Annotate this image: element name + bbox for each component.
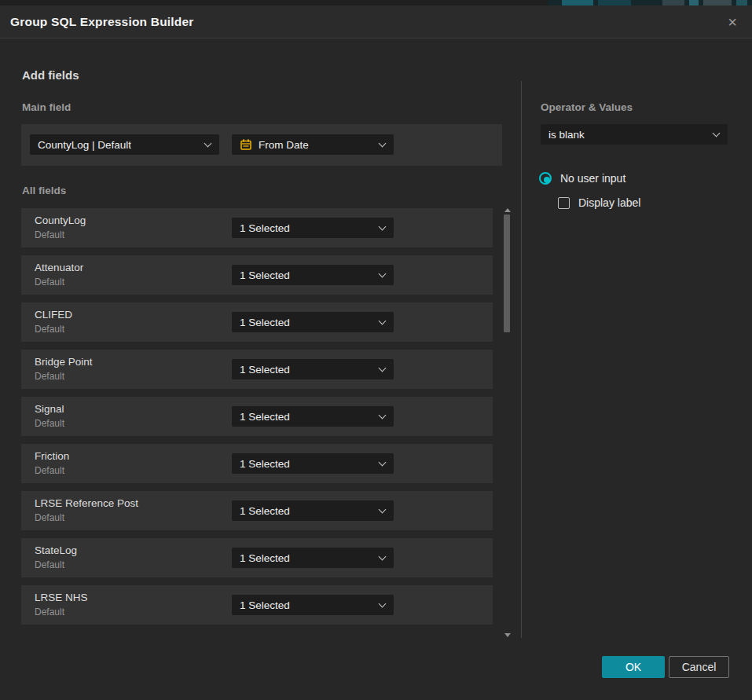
background-fragment: [562, 0, 593, 5]
scroll-up-icon[interactable]: [504, 208, 511, 212]
field-row: CLIFED Default 1 Selected: [21, 302, 493, 342]
field-sublabel: Default: [35, 465, 64, 476]
field-selection-dropdown[interactable]: 1 Selected: [232, 453, 394, 474]
background-fragment: [736, 0, 747, 5]
field-selection-dropdown[interactable]: 1 Selected: [232, 595, 394, 615]
checkbox-unchecked-icon[interactable]: [558, 197, 570, 209]
scroll-down-icon[interactable]: [504, 633, 511, 637]
field-row: StateLog Default 1 Selected: [21, 538, 493, 577]
field-row: LRSE Reference Post Default 1 Selected: [21, 491, 493, 530]
field-name: LRSE NHS: [35, 592, 88, 603]
field-name: CountyLog: [35, 214, 86, 226]
field-selection-value: 1 Selected: [240, 505, 290, 517]
main-field-label: Main field: [22, 101, 71, 113]
field-selection-value: 1 Selected: [240, 599, 290, 611]
display-label-checkbox-row[interactable]: Display label: [558, 196, 640, 209]
main-field-source-value: CountyLog | Default: [38, 139, 131, 151]
cancel-button[interactable]: Cancel: [669, 656, 729, 678]
field-row: Bridge Point Default 1 Selected: [21, 350, 493, 389]
calendar-icon: [240, 138, 252, 151]
add-fields-heading: Add fields: [22, 68, 79, 82]
no-user-input-radio[interactable]: No user input: [539, 172, 625, 185]
chevron-down-icon: [379, 506, 387, 514]
field-selection-value: 1 Selected: [240, 269, 290, 281]
field-row: Signal Default 1 Selected: [21, 397, 493, 436]
chevron-down-icon: [713, 130, 721, 137]
dialog-titlebar: Group SQL Expression Builder ×: [0, 5, 752, 38]
field-row: Attenuator Default 1 Selected: [21, 255, 493, 295]
chevron-down-icon: [379, 317, 387, 325]
field-name: CLIFED: [35, 309, 72, 321]
background-app-fragments: [548, 0, 752, 5]
operator-value: is blank: [548, 129, 585, 141]
display-label-label: Display label: [578, 196, 640, 209]
operator-dropdown[interactable]: is blank: [541, 124, 728, 145]
all-fields-list: CountyLog Default 1 Selected Attenuator …: [21, 208, 493, 632]
radio-selected-icon[interactable]: [539, 172, 552, 185]
column-divider: [521, 81, 522, 638]
background-fragment: [598, 0, 631, 5]
field-name: Attenuator: [35, 262, 83, 273]
field-sublabel: Default: [35, 229, 64, 240]
main-field-date-value: From Date: [259, 139, 309, 151]
field-sublabel: Default: [35, 277, 64, 288]
background-app-strip: [0, 0, 752, 5]
field-sublabel: Default: [35, 371, 64, 382]
field-selection-dropdown[interactable]: 1 Selected: [232, 500, 394, 521]
field-selection-dropdown[interactable]: 1 Selected: [232, 265, 394, 285]
field-name: LRSE Reference Post: [35, 497, 138, 509]
ok-button[interactable]: OK: [602, 656, 665, 678]
field-sublabel: Default: [35, 559, 64, 570]
field-selection-value: 1 Selected: [240, 411, 290, 423]
field-row: CountyLog Default 1 Selected: [21, 208, 493, 247]
chevron-down-icon: [379, 600, 387, 608]
field-selection-dropdown[interactable]: 1 Selected: [232, 548, 394, 568]
field-selection-value: 1 Selected: [240, 458, 290, 470]
all-fields-label: All fields: [22, 185, 66, 196]
field-selection-dropdown[interactable]: 1 Selected: [232, 359, 394, 379]
field-sublabel: Default: [35, 418, 64, 429]
field-selection-dropdown[interactable]: 1 Selected: [232, 312, 394, 332]
field-selection-value: 1 Selected: [240, 364, 290, 376]
chevron-down-icon: [379, 412, 387, 420]
chevron-down-icon: [379, 140, 387, 148]
screen: Group SQL Expression Builder × Add field…: [0, 0, 752, 700]
field-name: StateLog: [35, 544, 77, 556]
operator-values-heading: Operator & Values: [541, 101, 633, 113]
close-icon[interactable]: ×: [724, 13, 741, 31]
field-selection-value: 1 Selected: [240, 552, 290, 564]
chevron-down-icon: [379, 553, 387, 561]
background-fragment: [662, 0, 684, 5]
no-user-input-label: No user input: [560, 172, 625, 185]
main-field-source-dropdown[interactable]: CountyLog | Default: [30, 134, 219, 155]
field-name: Bridge Point: [35, 356, 93, 368]
dialog-title: Group SQL Expression Builder: [10, 5, 194, 38]
main-field-panel: CountyLog | Default From Date: [21, 124, 502, 166]
chevron-down-icon: [379, 223, 387, 231]
main-field-date-dropdown[interactable]: From Date: [232, 134, 394, 155]
field-selection-dropdown[interactable]: 1 Selected: [232, 406, 394, 427]
chevron-down-icon: [379, 270, 387, 278]
field-sublabel: Default: [35, 324, 64, 335]
field-name: Signal: [35, 403, 64, 415]
field-selection-value: 1 Selected: [240, 222, 290, 234]
field-selection-dropdown[interactable]: 1 Selected: [232, 218, 394, 238]
scrollbar-thumb[interactable]: [504, 214, 510, 332]
field-row: Friction Default 1 Selected: [21, 444, 493, 483]
background-fragment: [703, 0, 732, 5]
group-sql-expression-builder-dialog: Group SQL Expression Builder × Add field…: [0, 5, 752, 700]
field-sublabel: Default: [35, 607, 64, 618]
scrollbar[interactable]: [501, 207, 512, 639]
chevron-down-icon: [379, 459, 387, 467]
chevron-down-icon: [204, 140, 212, 148]
background-fragment: [689, 0, 699, 5]
field-name: Friction: [35, 450, 69, 462]
field-row: LRSE NHS Default 1 Selected: [21, 585, 493, 625]
field-sublabel: Default: [35, 512, 64, 523]
chevron-down-icon: [379, 365, 387, 372]
field-selection-value: 1 Selected: [240, 317, 290, 328]
